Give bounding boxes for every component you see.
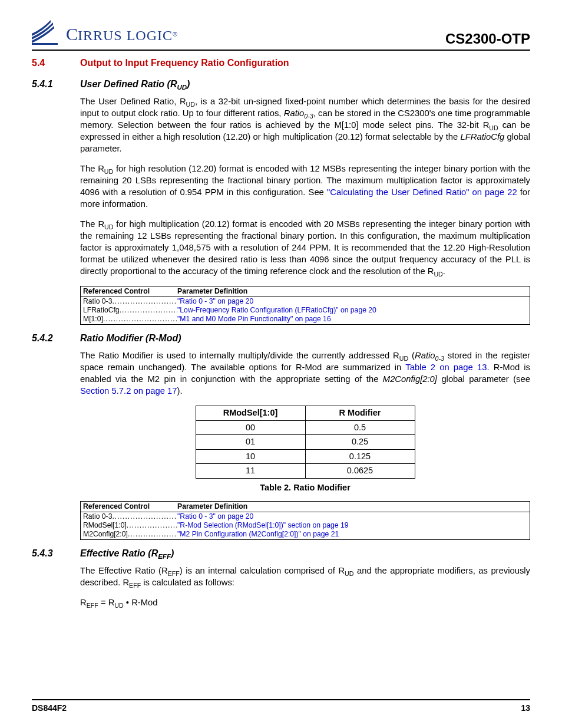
page-footer: DS844F2 13 [32,699,530,714]
logo-text: CIRRUS LOGIC® [66,22,177,47]
company-logo: CIRRUS LOGIC® [32,20,177,48]
ref-row: Ratio 0-3...............................… [81,297,530,306]
heading-number: 5.4.1 [32,78,80,91]
ref-row: LFRatioCfg........................... "L… [81,306,530,315]
page-header: CIRRUS LOGIC® CS2300-OTP [32,20,530,51]
table-caption: Table 2. Ratio Modifier [80,482,530,494]
paragraph: The RUD for high resolution (12.20) form… [80,163,530,210]
table-row: 100.125 [196,449,415,464]
heading-title: User Defined Ratio (RUD) [80,78,190,91]
part-number: CS2300-OTP [445,29,530,48]
doc-number: DS844F2 [32,703,67,714]
paragraph: The User Defined Ratio, RUD, is a 32-bit… [80,96,530,155]
heading-title: Ratio Modifier (R-Mod) [80,332,181,345]
heading-title: Effective Ratio (REFF) [80,547,174,560]
section-5-4-1-body: The User Defined Ratio, RUD, is a 32-bit… [80,96,530,278]
heading-5-4-1: 5.4.1 User Defined Ratio (RUD) [32,78,530,91]
svg-rect-0 [32,43,58,45]
xref-link[interactable]: "M1 and M0 Mode Pin Functionality" on pa… [177,315,331,324]
heading-5-4: 5.4 Output to Input Frequency Ratio Conf… [32,57,530,70]
xref-link[interactable]: "R-Mod Selection (RModSel[1:0])" section… [177,521,348,530]
heading-5-4-2: 5.4.2 Ratio Modifier (R-Mod) [32,332,530,345]
ref-header: Referenced Control [83,502,177,511]
formula: REFF = RUD • R-Mod [80,597,530,609]
ref-header: Parameter Definition [177,287,247,296]
ref-header: Parameter Definition [177,502,247,511]
xref-link[interactable]: "M2 Pin Configuration (M2Config[2:0])" o… [177,530,339,539]
heading-number: 5.4.2 [32,332,80,345]
ref-row: M2Config[2:0]........................ "M… [81,530,530,539]
referenced-control-box: Referenced Control Parameter Definition … [80,501,530,540]
section-5-4-3-body: The Effective Ratio (REFF) is an interna… [80,565,530,589]
table-row: 000.5 [196,420,415,435]
paragraph: The Effective Ratio (REFF) is an interna… [80,565,530,589]
xref-link[interactable]: "Low-Frequency Ratio Configuration (LFRa… [177,306,376,315]
xref-link[interactable]: Table 2 on page 13 [405,363,487,372]
table-row: 110.0625 [196,464,415,479]
paragraph: The Ratio Modifier is used to internally… [80,350,530,397]
xref-link[interactable]: Section 5.7.2 on page 17 [80,386,177,396]
referenced-control-box: Referenced Control Parameter Definition … [80,286,530,325]
ratio-modifier-table: RModSel[1:0] R Modifier 000.5 010.25 100… [196,406,415,479]
heading-number: 5.4.3 [32,547,80,560]
xref-link[interactable]: "Ratio 0 - 3" on page 20 [177,512,253,521]
table-header: RModSel[1:0] [196,406,305,421]
section-5-4-2-body: The Ratio Modifier is used to internally… [80,350,530,539]
paragraph: The RUD for high multiplication (20.12) … [80,219,530,278]
table-header: R Modifier [305,406,415,421]
ref-row: RModSel[1:0]......................... "R… [81,521,530,530]
logo-mark-icon [32,20,62,48]
heading-title: Output to Input Frequency Ratio Configur… [80,57,289,70]
ref-row: Ratio 0-3...............................… [81,512,530,521]
table-row: 010.25 [196,435,415,450]
xref-link[interactable]: "Calculating the User Defined Ratio" on … [327,187,517,197]
ref-row: M[1:0]..................................… [81,315,530,324]
heading-number: 5.4 [32,57,80,70]
heading-5-4-3: 5.4.3 Effective Ratio (REFF) [32,547,530,560]
ref-header: Referenced Control [83,287,177,296]
xref-link[interactable]: "Ratio 0 - 3" on page 20 [177,297,253,306]
page-number: 13 [521,703,530,714]
